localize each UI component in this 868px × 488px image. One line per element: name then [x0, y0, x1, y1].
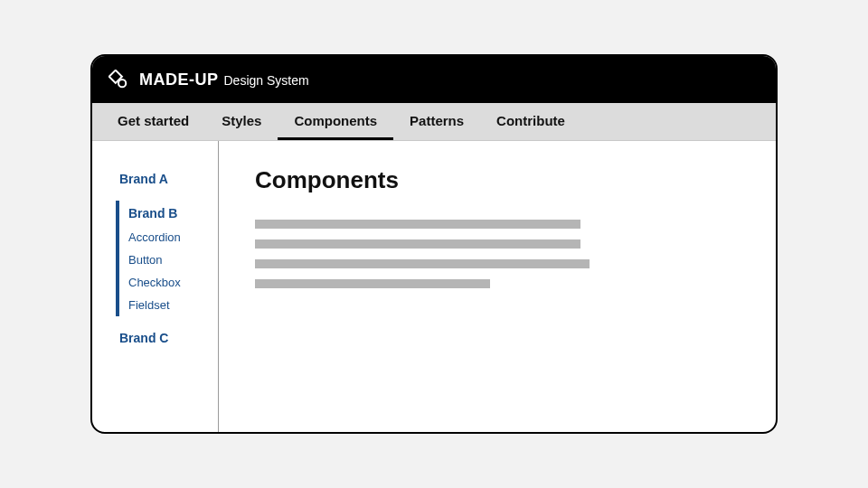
brand-name: MADE-UPDesign System — [139, 70, 309, 89]
sidebar-item-checkbox[interactable]: Checkbox — [119, 271, 218, 294]
sidebar-item-fieldset[interactable]: Fieldset — [119, 294, 218, 316]
logo-icon — [108, 70, 128, 89]
sidebar-group-brand-b: Brand B Accordion Button Checkbox Fields… — [116, 201, 218, 316]
sidebar-section-brand-b: Brand B Accordion Button Checkbox Fields… — [92, 201, 218, 316]
sidebar: Brand A Brand B Accordion Button Checkbo… — [92, 141, 219, 432]
main-tabs: Get started Styles Components Patterns C… — [92, 103, 776, 141]
tab-styles[interactable]: Styles — [205, 103, 278, 140]
tab-patterns[interactable]: Patterns — [393, 103, 480, 140]
tab-get-started[interactable]: Get started — [101, 103, 205, 140]
tab-contribute[interactable]: Contribute — [480, 103, 581, 140]
placeholder-line — [255, 220, 580, 229]
titlebar: MADE-UPDesign System — [92, 56, 776, 103]
tab-components[interactable]: Components — [278, 103, 393, 140]
sidebar-item-button[interactable]: Button — [119, 249, 218, 271]
app-window: MADE-UPDesign System Get started Styles … — [90, 54, 778, 434]
brand-strong: MADE-UP — [139, 70, 219, 89]
placeholder-paragraph — [255, 220, 740, 288]
main-content: Components — [219, 141, 776, 432]
sidebar-section-brand-c: Brand C — [92, 325, 218, 351]
placeholder-line — [255, 239, 580, 249]
placeholder-line — [255, 279, 490, 288]
sidebar-section-brand-a: Brand A — [92, 166, 218, 192]
sidebar-item-accordion[interactable]: Accordion — [119, 226, 218, 249]
sidebar-head-brand-c[interactable]: Brand C — [92, 325, 218, 351]
brand-sub: Design System — [224, 73, 309, 88]
body: Brand A Brand B Accordion Button Checkbo… — [92, 141, 776, 432]
sidebar-head-brand-a[interactable]: Brand A — [92, 166, 218, 192]
svg-point-1 — [118, 80, 126, 87]
page-title: Components — [255, 166, 740, 194]
sidebar-head-brand-b[interactable]: Brand B — [119, 201, 218, 226]
placeholder-line — [255, 259, 590, 268]
